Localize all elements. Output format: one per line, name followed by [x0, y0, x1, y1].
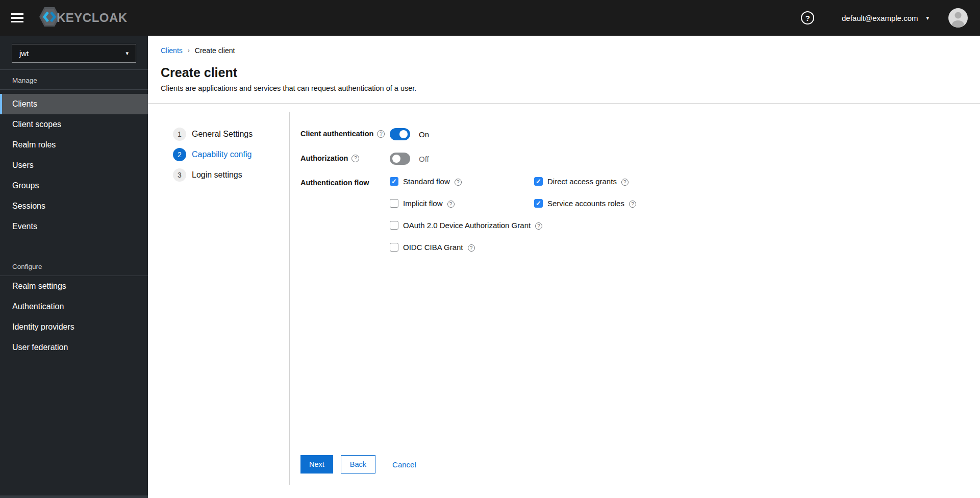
breadcrumb-link-clients[interactable]: Clients [161, 46, 183, 55]
avatar[interactable] [948, 8, 968, 28]
oauth-device-grant-option: OAuth 2.0 Device Authorization Grant ? [390, 221, 636, 230]
oidc-ciba-grant-option: OIDC CIBA Grant ? [390, 243, 636, 252]
nav-section-manage: Manage [0, 70, 148, 90]
wizard-step-capability-config[interactable]: 2 Capability config [148, 148, 289, 161]
step-number: 3 [173, 168, 186, 182]
cancel-button[interactable]: Cancel [392, 455, 416, 474]
implicit-flow-option: Implicit flow ? [390, 199, 534, 208]
standard-flow-option: Standard flow ? [390, 177, 534, 186]
oidc-ciba-grant-checkbox[interactable] [390, 243, 398, 252]
sidebar: jwt ▾ Manage Clients Client scopes Realm… [0, 36, 148, 498]
step-label: Capability config [192, 150, 252, 159]
client-authentication-toggle[interactable] [390, 128, 410, 140]
account-menu[interactable]: default@example.com ▾ [842, 14, 929, 22]
help-icon[interactable]: ? [621, 179, 629, 186]
service-accounts-roles-option: Service accounts roles ? [534, 199, 636, 208]
sidebar-item-authentication[interactable]: Authentication [0, 296, 148, 317]
chevron-down-icon: ▾ [125, 50, 129, 57]
client-authentication-row: Client authentication ? On [300, 128, 980, 140]
nav-section-configure: Configure [0, 256, 148, 276]
page-title: Create client [161, 65, 967, 80]
keycloak-logo[interactable]: KEYCLOAK [39, 6, 128, 30]
authentication-flow-row: Authentication flow Standard flow ? Dire… [300, 177, 980, 252]
help-icon[interactable]: ? [377, 130, 385, 138]
help-icon[interactable]: ? [535, 222, 542, 230]
client-authentication-label: Client authentication ? [300, 128, 390, 138]
standard-flow-checkbox[interactable] [390, 177, 398, 186]
authorization-state: Off [419, 155, 429, 163]
brand-text: KEYCLOAK [57, 11, 128, 25]
step-label: Login settings [192, 170, 242, 180]
next-button[interactable]: Next [300, 455, 333, 474]
breadcrumb: Clients › Create client [161, 46, 967, 55]
wizard-content: 1 General Settings 2 Capability config 3… [148, 104, 980, 498]
help-icon[interactable]: ? [629, 201, 636, 208]
sidebar-item-identity-providers[interactable]: Identity providers [0, 317, 148, 337]
oauth-device-grant-checkbox[interactable] [390, 221, 398, 230]
nav-list-configure: Realm settings Authentication Identity p… [0, 276, 148, 358]
nav-list-manage: Clients Client scopes Realm roles Users … [0, 94, 148, 237]
realm-selector[interactable]: jwt ▾ [12, 44, 136, 63]
breadcrumb-current: Create client [195, 46, 235, 55]
authentication-flow-options: Standard flow ? Direct access grants ? I… [390, 177, 636, 252]
step-label: General Settings [192, 130, 253, 139]
authentication-flow-label: Authentication flow [300, 177, 390, 187]
authorization-label: Authorization ? [300, 153, 390, 162]
service-accounts-roles-checkbox[interactable] [534, 199, 543, 208]
main-area: Clients › Create client Create client Cl… [148, 36, 980, 498]
breadcrumb-separator-icon: › [188, 47, 190, 54]
wizard-step-general-settings[interactable]: 1 General Settings [148, 128, 289, 141]
sidebar-item-events[interactable]: Events [0, 216, 148, 237]
sidebar-item-groups[interactable]: Groups [0, 176, 148, 196]
help-icon[interactable]: ? [455, 179, 462, 186]
sidebar-item-user-federation[interactable]: User federation [0, 337, 148, 358]
realm-name: jwt [19, 49, 29, 58]
sidebar-item-sessions[interactable]: Sessions [0, 196, 148, 216]
help-icon[interactable]: ? [447, 201, 455, 208]
help-icon[interactable]: ? [468, 244, 475, 252]
masthead: KEYCLOAK ? default@example.com ▾ [0, 0, 980, 36]
wizard-step-login-settings[interactable]: 3 Login settings [148, 168, 289, 182]
page-header: Clients › Create client Create client Cl… [148, 36, 980, 104]
page-subtitle: Clients are applications and services th… [161, 84, 967, 103]
capability-config-form: Client authentication ? On Authorization… [290, 104, 980, 498]
chevron-down-icon: ▾ [926, 15, 929, 21]
sidebar-item-client-scopes[interactable]: Client scopes [0, 114, 148, 135]
sidebar-item-clients[interactable]: Clients [0, 94, 148, 114]
account-email: default@example.com [842, 14, 918, 22]
authorization-row: Authorization ? Off [300, 153, 980, 165]
nav-toggle-hamburger-icon[interactable] [11, 13, 23, 22]
sidebar-item-users[interactable]: Users [0, 155, 148, 176]
back-button[interactable]: Back [341, 455, 375, 474]
wizard-steps-nav: 1 General Settings 2 Capability config 3… [148, 104, 289, 498]
implicit-flow-checkbox[interactable] [390, 199, 398, 208]
direct-access-grants-option: Direct access grants ? [534, 177, 636, 186]
step-number: 2 [173, 148, 186, 161]
client-authentication-state: On [419, 130, 429, 139]
authorization-toggle[interactable] [390, 153, 410, 165]
step-number: 1 [173, 128, 186, 141]
sidebar-item-realm-roles[interactable]: Realm roles [0, 135, 148, 155]
realm-selector-area: jwt ▾ [0, 36, 148, 70]
help-icon[interactable]: ? [801, 11, 814, 24]
wizard-footer: Next Back Cancel [300, 455, 980, 498]
help-icon[interactable]: ? [351, 155, 359, 162]
sidebar-item-realm-settings[interactable]: Realm settings [0, 276, 148, 296]
direct-access-grants-checkbox[interactable] [534, 177, 543, 186]
